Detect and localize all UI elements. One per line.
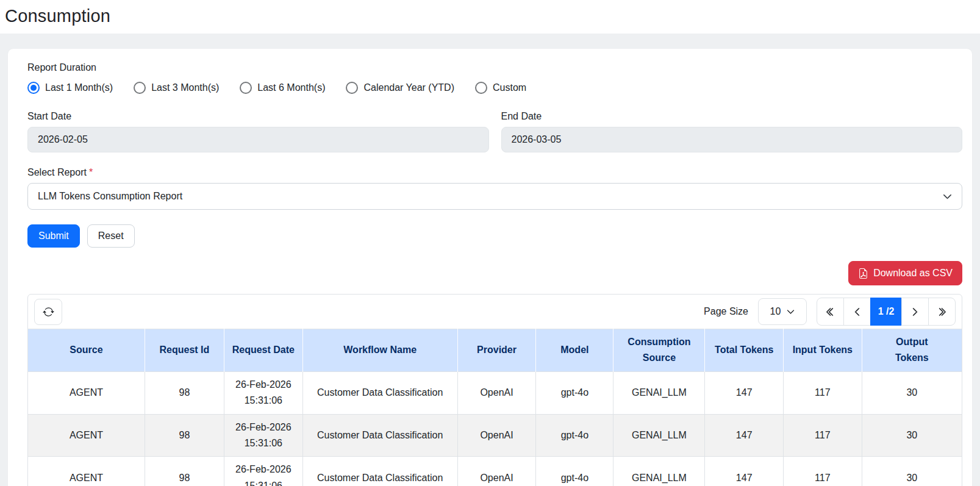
toolbar-right-controls: Page Size 10	[704, 298, 956, 326]
radio-circle-icon[interactable]	[27, 82, 40, 94]
chevron-down-icon	[943, 192, 952, 201]
start-date-input[interactable]	[27, 127, 489, 152]
radio-label: Last 6 Month(s)	[257, 82, 325, 93]
cell-workflow-name: Customer Data Classification	[302, 371, 457, 414]
cell-provider: OpenAI	[457, 414, 536, 457]
cell-request-id: 98	[145, 414, 224, 457]
cell-total-tokens: 147	[705, 371, 784, 414]
table-row: AGENT 98 26-Feb-2026 15:31:06 Customer D…	[28, 371, 962, 414]
cell-workflow-name: Customer Data Classification	[302, 457, 457, 486]
radio-circle-icon[interactable]	[475, 82, 487, 94]
radio-label: Last 3 Month(s)	[151, 82, 219, 93]
cell-input-tokens: 117	[784, 457, 862, 486]
reset-button[interactable]: Reset	[87, 224, 135, 248]
cell-output-tokens: 30	[862, 371, 962, 414]
content-card: Report Duration Last 1 Month(s) Last 3 M…	[7, 48, 973, 486]
chevron-left-icon	[853, 307, 862, 316]
table-row: AGENT 98 26-Feb-2026 15:31:06 Customer D…	[28, 414, 962, 457]
column-header-workflow-name: Workflow Name	[302, 329, 457, 372]
previous-page-button[interactable]	[843, 298, 871, 326]
chevrons-left-icon	[826, 307, 835, 316]
refresh-icon	[43, 306, 54, 318]
current-page-indicator[interactable]: 1 /2	[870, 298, 902, 326]
select-report-dropdown[interactable]: LLM Tokens Consumption Report	[27, 183, 962, 210]
start-date-label: Start Date	[27, 111, 489, 122]
refresh-button[interactable]	[34, 299, 62, 325]
cell-workflow-name: Customer Data Classification	[302, 414, 457, 457]
cell-request-date: 26-Feb-2026 15:31:06	[224, 457, 303, 486]
end-date-input[interactable]	[501, 127, 963, 152]
cell-request-id: 98	[145, 371, 224, 414]
end-date-field: End Date	[501, 111, 963, 152]
report-duration-label: Report Duration	[27, 62, 962, 73]
page-size-label: Page Size	[704, 306, 748, 317]
start-date-field: Start Date	[27, 111, 489, 152]
chevron-right-icon	[910, 307, 920, 316]
cell-source: AGENT	[28, 371, 145, 414]
cell-total-tokens: 147	[705, 414, 784, 457]
select-report-label: Select Report*	[27, 167, 962, 178]
column-header-output-tokens: Output Tokens	[862, 329, 962, 372]
cell-request-date: 26-Feb-2026 15:31:06	[224, 371, 303, 414]
radio-last-6-months[interactable]: Last 6 Month(s)	[240, 82, 325, 94]
cell-source: AGENT	[28, 414, 145, 457]
download-csv-button[interactable]: Download as CSV	[848, 261, 962, 285]
cell-request-id: 98	[145, 457, 224, 486]
select-report-value: LLM Tokens Consumption Report	[38, 191, 182, 202]
column-header-input-tokens: Input Tokens	[784, 329, 862, 372]
page-size-select[interactable]: 10	[758, 298, 807, 325]
cell-input-tokens: 117	[784, 414, 862, 457]
cell-consumption-source: GENAI_LLM	[613, 414, 705, 457]
column-header-total-tokens: Total Tokens	[705, 329, 784, 372]
next-page-button[interactable]	[901, 298, 929, 326]
end-date-label: End Date	[501, 111, 963, 122]
cell-total-tokens: 147	[705, 457, 784, 486]
column-header-source: Source	[28, 329, 145, 372]
cell-request-date: 26-Feb-2026 15:31:06	[224, 414, 303, 457]
cell-input-tokens: 117	[784, 371, 862, 414]
page-header: Consumption	[0, 0, 980, 34]
column-header-model: Model	[536, 329, 613, 372]
column-header-request-id: Request Id	[145, 329, 224, 372]
cell-model: gpt-4o	[536, 457, 613, 486]
page-size-value: 10	[770, 306, 781, 317]
pdf-file-icon	[858, 268, 868, 279]
radio-label: Custom	[493, 82, 526, 93]
cell-provider: OpenAI	[457, 457, 536, 486]
radio-label: Calendar Year (YTD)	[363, 82, 454, 93]
radio-label: Last 1 Month(s)	[45, 82, 113, 93]
table-toolbar: Page Size 10	[28, 295, 962, 329]
table-header-row: Source Request Id Request Date Workflow …	[28, 329, 962, 372]
chevron-down-icon	[787, 308, 795, 316]
submit-button[interactable]: Submit	[27, 224, 80, 248]
cell-consumption-source: GENAI_LLM	[613, 457, 705, 486]
cell-source: AGENT	[28, 457, 145, 486]
cell-output-tokens: 30	[862, 457, 962, 486]
radio-calendar-year-ytd[interactable]: Calendar Year (YTD)	[346, 82, 454, 94]
cell-consumption-source: GENAI_LLM	[613, 371, 705, 414]
consumption-table-container: Page Size 10	[27, 294, 962, 486]
date-range-row: Start Date End Date	[27, 111, 962, 152]
form-actions: Submit Reset	[27, 224, 962, 248]
first-page-button[interactable]	[817, 298, 844, 326]
radio-circle-icon[interactable]	[134, 82, 146, 94]
radio-last-1-months[interactable]: Last 1 Month(s)	[27, 82, 113, 94]
required-asterisk: *	[89, 167, 93, 177]
radio-circle-icon[interactable]	[346, 82, 358, 94]
cell-output-tokens: 30	[862, 414, 962, 457]
last-page-button[interactable]	[928, 298, 956, 326]
table-row: AGENT 98 26-Feb-2026 15:31:06 Customer D…	[28, 457, 962, 486]
radio-custom[interactable]: Custom	[475, 82, 526, 94]
cell-model: gpt-4o	[536, 414, 613, 457]
chevrons-right-icon	[937, 307, 946, 316]
pagination: 1 /2	[817, 298, 956, 326]
radio-circle-icon[interactable]	[240, 82, 252, 94]
cell-model: gpt-4o	[536, 371, 613, 414]
download-csv-label: Download as CSV	[873, 268, 953, 279]
column-header-provider: Provider	[457, 329, 536, 372]
cell-provider: OpenAI	[457, 371, 536, 414]
download-row: Download as CSV	[27, 261, 962, 285]
radio-last-3-months[interactable]: Last 3 Month(s)	[134, 82, 219, 94]
column-header-request-date: Request Date	[224, 329, 303, 372]
page-title: Consumption	[5, 6, 975, 26]
